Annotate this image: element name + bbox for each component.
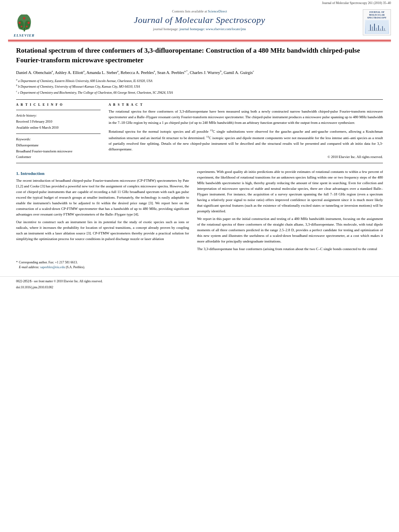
- history-label: Article history:: [16, 113, 101, 117]
- intro-heading: 1. Introduction: [16, 171, 189, 176]
- affiliation-c-text: c Department of Chemistry and Biochemist…: [18, 90, 173, 94]
- homepage-link[interactable]: journal homepage: www.elsevier.com/locat…: [179, 27, 246, 31]
- intro-right-para-1: experiments. With good quality ab initio…: [197, 169, 383, 214]
- keyword-1: Difluoropentane: [16, 142, 101, 148]
- affiliation-b-text: b Department of Chemistry, University of…: [18, 85, 140, 88]
- homepage-label: journal homepage:: [153, 27, 179, 31]
- svg-rect-17: [382, 26, 383, 31]
- svg-rect-11: [370, 25, 371, 31]
- journal-homepage-line: journal homepage: journal homepage: www.…: [48, 27, 351, 31]
- corresponding-fax: Corresponding author. Fax: +1 217 581 66…: [19, 261, 78, 264]
- journal-logo-right: JOURNAL OFMOLECULARSPECTROSCOPY: [359, 9, 391, 37]
- page-wrapper: Journal of Molecular Spectroscopy 261 (2…: [0, 0, 399, 532]
- svg-point-8: [26, 26, 28, 28]
- footer-section: 0022-2852/$ - see front matter © 2010 El…: [0, 276, 399, 292]
- journal-header: ELSEVIER Contents lists available at Sci…: [0, 6, 399, 37]
- journal-main-title: Journal of Molecular Spectroscopy: [48, 15, 351, 25]
- doi-text: doi:10.1016/j.jms.2010.03.002: [16, 286, 383, 289]
- abstract-para-1: The rotational spectra for three conform…: [109, 109, 383, 126]
- abstract-header: A B S T R A C T: [109, 103, 383, 107]
- svg-point-5: [23, 17, 25, 20]
- corresponding-text: Corresponding author. Fax: +1 217 581 66…: [19, 260, 85, 271]
- keywords-divider: [16, 134, 101, 134]
- science-direct-link[interactable]: ScienceDirect: [208, 9, 227, 13]
- svg-point-3: [24, 21, 30, 30]
- intro-para-2: Our incentive to construct such an instr…: [16, 220, 189, 242]
- corresponding-note: * Corresponding author. Fax: +1 217 581 …: [0, 260, 399, 271]
- keyword-3: Conformer: [16, 154, 101, 160]
- received-date: Received 3 February 2010: [16, 119, 101, 124]
- affiliation-c: c c Department of Chemistry and Biochemi…: [16, 90, 383, 95]
- contents-text: Contents lists available at: [172, 9, 207, 13]
- header-border-top: [8, 40, 391, 41]
- body-left-col: 1. Introduction The recent introduction …: [16, 169, 189, 254]
- article-top-border: [16, 99, 383, 100]
- email-address[interactable]: sapeebles@eiu.edu: [40, 265, 65, 269]
- email-suffix: (S.A. Peebles).: [66, 265, 85, 269]
- intro-right-para-2: We report in this paper on the initial c…: [197, 216, 383, 244]
- keyword-2: Broadband Fourier-transform microwave: [16, 148, 101, 154]
- body-section: 1. Introduction The recent introduction …: [16, 169, 383, 254]
- email-label: E-mail address:: [19, 265, 40, 269]
- abstract-col: A B S T R A C T The rotational spectra f…: [109, 103, 383, 160]
- svg-rect-18: [384, 28, 385, 31]
- intro-right-para-3: The 3,3-difluoropentane has four conform…: [197, 246, 383, 252]
- keywords-label: Keywords:: [16, 137, 101, 141]
- mol-spec-logo-title: JOURNAL OFMOLECULARSPECTROSCOPY: [367, 11, 387, 19]
- elsevier-tree-icon: [13, 14, 35, 33]
- body-right-col: experiments. With good quality ab initio…: [197, 169, 383, 254]
- affiliations: a a Department of Chemistry, Eastern Ill…: [16, 78, 383, 95]
- svg-rect-13: [374, 24, 375, 31]
- affiliation-a: a a Department of Chemistry, Eastern Ill…: [16, 78, 383, 84]
- article-content: Rotational spectrum of three conformers …: [0, 42, 399, 258]
- email-label-text: E-mail address:: [19, 265, 39, 269]
- affiliation-b: b b Department of Chemistry, University …: [16, 84, 383, 89]
- journal-ref-text: Journal of Molecular Spectroscopy 261 (2…: [322, 1, 391, 5]
- article-title: Rotational spectrum of three conformers …: [16, 46, 383, 65]
- elsevier-logo: ELSEVIER: [8, 9, 40, 37]
- svg-rect-15: [378, 25, 379, 31]
- corresponding-star: *: [16, 260, 18, 265]
- copyright-text: © 2010 Elsevier Inc. All rights reserved…: [109, 155, 383, 159]
- svg-point-7: [21, 26, 23, 28]
- article-info-abstract: A R T I C L E I N F O Article history: R…: [16, 103, 383, 160]
- journal-title-block: Contents lists available at ScienceDirec…: [40, 9, 359, 31]
- abstract-para-2: Rotational spectra for the normal isotop…: [109, 128, 383, 152]
- abstract-body-border: [16, 163, 383, 163]
- journal-ref-line: Journal of Molecular Spectroscopy 261 (2…: [0, 0, 399, 6]
- svg-point-2: [18, 21, 24, 30]
- svg-rect-14: [376, 28, 377, 31]
- science-direct-line: Contents lists available at ScienceDirec…: [48, 9, 351, 13]
- svg-rect-12: [372, 27, 373, 31]
- predicted-text: predicted: [246, 228, 259, 232]
- mol-spec-logo-image: [365, 20, 389, 34]
- svg-rect-9: [366, 21, 388, 33]
- available-date: Available online 6 March 2010: [16, 125, 101, 130]
- authors-line: Daniel A. Obenchaina, Ashley A. Elliotta…: [16, 69, 383, 76]
- svg-rect-16: [380, 29, 381, 31]
- article-info-col: A R T I C L E I N F O Article history: R…: [16, 103, 101, 160]
- mol-spec-logo: JOURNAL OFMOLECULARSPECTROSCOPY: [363, 9, 391, 35]
- article-info-header: A R T I C L E I N F O: [16, 103, 101, 107]
- intro-para-1: The recent introduction of broadband chi…: [16, 178, 189, 218]
- issn-note: 0022-2852/$ - see front matter © 2010 El…: [16, 279, 383, 284]
- svg-point-6: [27, 22, 30, 24]
- svg-point-4: [18, 22, 21, 24]
- elsevier-text: ELSEVIER: [14, 33, 35, 37]
- affiliation-a-text: a Department of Chemistry, Eastern Illin…: [18, 79, 152, 83]
- article-info-divider: [16, 110, 101, 110]
